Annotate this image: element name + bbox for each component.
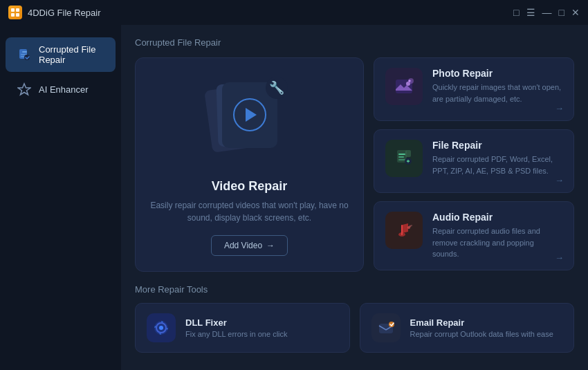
wrench-icon: 🔧 (266, 77, 288, 99)
file-repair-icon-wrap (385, 140, 423, 177)
file-repair-description: Repair corrupted PDF, Word, Excel, PPT, … (432, 154, 562, 176)
video-card-title: Video Repair (212, 179, 288, 194)
email-repair-icon-wrap (371, 313, 401, 342)
audio-repair-arrow: → (555, 252, 564, 263)
file-repair-arrow: → (555, 175, 564, 185)
svg-point-28 (159, 326, 163, 330)
close-button[interactable]: ✕ (571, 7, 580, 18)
svg-rect-14 (405, 150, 411, 157)
svg-rect-20 (408, 160, 409, 163)
svg-marker-9 (18, 84, 30, 95)
title-bar-left: 4DDiG File Repair (8, 6, 100, 19)
file-repair-text: File Repair Repair corrupted PDF, Word, … (432, 140, 562, 176)
section-title: Corrupted File Repair (135, 37, 574, 48)
minimize-icon[interactable]: — (542, 7, 552, 18)
audio-repair-description: Repair corrupted audio files and remove … (432, 225, 562, 260)
svg-rect-17 (398, 159, 405, 160)
email-repair-description: Repair corrupt Outlook data files with e… (410, 330, 553, 338)
photo-repair-text: Photo Repair Quickly repair images that … (432, 68, 562, 104)
dll-fixer-description: Fix any DLL errors in one click (185, 330, 288, 338)
add-video-button[interactable]: Add Video → (211, 235, 288, 256)
file-repair-title: File Repair (432, 140, 562, 151)
maximize-icon[interactable]: □ (559, 7, 564, 18)
window-controls: □ ☰ — □ ✕ (513, 7, 580, 18)
svg-point-31 (389, 322, 394, 327)
svg-point-25 (411, 225, 412, 226)
email-repair-text: Email Repair Repair corrupt Outlook data… (410, 317, 553, 338)
dll-fixer-title: DLL Fixer (185, 317, 288, 328)
sidebar-item-corrupted-file-repair[interactable]: Corrupted File Repair (6, 37, 116, 72)
audio-repair-text: Audio Repair Repair corrupted audio file… (432, 212, 562, 260)
audio-repair-title: Audio Repair (432, 212, 562, 223)
top-cards-row: 🔧 Video Repair Easily repair corrupted v… (135, 57, 574, 272)
add-video-arrow: → (266, 241, 275, 250)
dll-fixer-text: DLL Fixer Fix any DLL errors in one clic… (185, 317, 288, 338)
dll-fixer-icon-wrap (147, 313, 176, 342)
sidebar: Corrupted File Repair AI Enhancer (0, 25, 121, 370)
audio-repair-icon-wrap (385, 212, 423, 249)
sidebar-label-corrupted: Corrupted File Repair (39, 44, 104, 65)
title-bar: 4DDiG File Repair □ ☰ — □ ✕ (0, 0, 588, 25)
sidebar-item-ai-enhancer[interactable]: AI Enhancer (6, 75, 116, 104)
sidebar-label-ai: AI Enhancer (39, 84, 89, 95)
ai-enhancer-icon (17, 82, 32, 97)
email-repair-card[interactable]: Email Repair Repair corrupt Outlook data… (360, 303, 575, 353)
comment-icon[interactable]: □ (513, 7, 519, 18)
svg-rect-5 (22, 51, 27, 53)
svg-rect-3 (16, 13, 19, 17)
file-repair-card[interactable]: File Repair Repair corrupted PDF, Word, … (374, 129, 574, 193)
dll-fixer-card[interactable]: DLL Fixer Fix any DLL errors in one clic… (135, 303, 350, 353)
content-area: Corrupted File Repair 🔧 Video Repair Eas… (121, 25, 588, 370)
right-cards-column: Photo Repair Quickly repair images that … (374, 57, 574, 272)
menu-icon[interactable]: ☰ (526, 7, 535, 18)
photo-repair-arrow: → (555, 103, 564, 113)
play-triangle (246, 108, 257, 122)
add-video-label: Add Video (224, 241, 262, 250)
app-title: 4DDiG File Repair (28, 8, 100, 18)
photo-repair-description: Quickly repair images that won't open, a… (432, 82, 562, 104)
photo-repair-card[interactable]: Photo Repair Quickly repair images that … (374, 57, 574, 121)
photo-repair-icon-wrap (385, 68, 423, 105)
app-icon (8, 6, 22, 19)
video-repair-card[interactable]: 🔧 Video Repair Easily repair corrupted v… (135, 57, 364, 272)
audio-repair-card[interactable]: Audio Repair Repair corrupted audio file… (374, 201, 574, 270)
video-illustration: 🔧 (205, 77, 295, 167)
svg-rect-2 (11, 13, 15, 17)
more-tools-title: More Repair Tools (135, 284, 574, 295)
svg-rect-0 (11, 8, 15, 12)
email-repair-title: Email Repair (410, 317, 553, 328)
photo-repair-title: Photo Repair (432, 68, 562, 79)
svg-rect-15 (398, 154, 405, 155)
play-circle (233, 98, 266, 131)
svg-rect-1 (16, 8, 19, 12)
corrupted-file-repair-icon (17, 47, 32, 62)
video-card-description: Easily repair corrupted videos that won'… (149, 199, 349, 224)
svg-rect-22 (401, 225, 403, 235)
tools-row: DLL Fixer Fix any DLL errors in one clic… (135, 303, 574, 353)
main-layout: Corrupted File Repair AI Enhancer Corrup… (0, 25, 588, 370)
svg-rect-16 (398, 156, 404, 158)
